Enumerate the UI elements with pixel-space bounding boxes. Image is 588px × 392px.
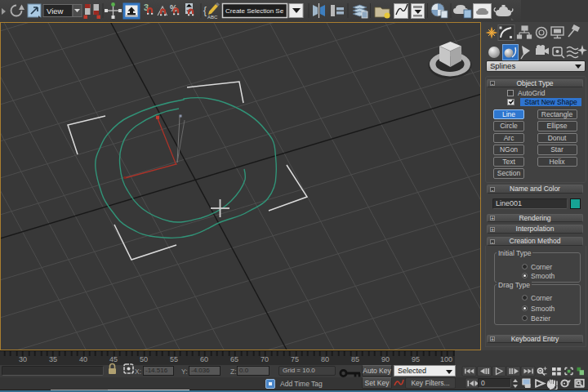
svg-text:Create Selection Se: Create Selection Se	[225, 7, 284, 15]
svg-text:ABC: ABC	[207, 15, 218, 20]
svg-text:{: {	[203, 5, 207, 16]
svg-text:View: View	[47, 7, 64, 16]
